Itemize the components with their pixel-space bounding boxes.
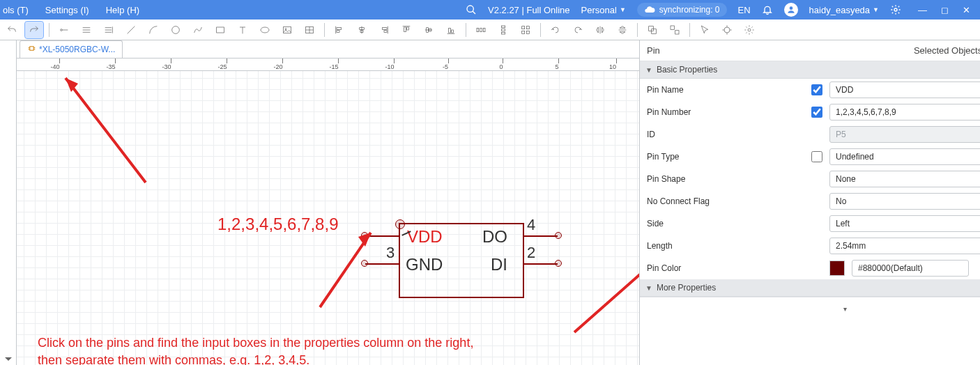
svg-rect-62 xyxy=(30,47,33,50)
gear-icon[interactable] xyxy=(890,4,901,15)
image-tool[interactable] xyxy=(278,22,296,38)
arc-tool[interactable] xyxy=(144,22,162,38)
pin-di[interactable] xyxy=(524,263,558,265)
line-tool[interactable] xyxy=(122,22,140,38)
pin-do[interactable] xyxy=(524,235,558,237)
distribute-h[interactable] xyxy=(472,22,490,38)
text-tool[interactable] xyxy=(233,22,252,38)
svg-rect-49 xyxy=(526,26,529,29)
svg-rect-54 xyxy=(671,26,674,29)
version-label: V2.2.27 | Full Online xyxy=(488,5,570,15)
align-top[interactable] xyxy=(397,22,415,38)
bus-tool[interactable] xyxy=(77,22,95,38)
section-more-properties[interactable]: ▼ More Properties xyxy=(640,279,980,297)
pin-do-end[interactable] xyxy=(555,232,562,239)
pin-di-end[interactable] xyxy=(555,260,562,267)
align-grid[interactable] xyxy=(516,22,535,38)
netlabel-tool[interactable] xyxy=(100,22,118,38)
row-pin-name: Pin Name xyxy=(640,79,980,101)
pin-type-visible[interactable] xyxy=(811,151,822,162)
close-button[interactable]: ✕ xyxy=(963,5,970,15)
rotate-left[interactable] xyxy=(546,22,565,38)
menu-help[interactable]: Help (H) xyxy=(106,5,139,15)
color-swatch[interactable] xyxy=(829,261,845,276)
disclosure-icon: ▼ xyxy=(645,284,652,292)
align-bottom[interactable] xyxy=(442,22,460,38)
ellipse-tool[interactable] xyxy=(256,22,274,38)
sidebar-expand-icon[interactable] xyxy=(5,357,12,361)
maximize-button[interactable]: ◻ xyxy=(941,5,949,15)
svg-rect-52 xyxy=(649,26,654,31)
align-left[interactable] xyxy=(330,22,349,38)
flip-v[interactable] xyxy=(613,22,631,38)
align-hcenter[interactable] xyxy=(353,22,371,38)
canvas-settings[interactable] xyxy=(740,22,758,38)
schematic-symbol[interactable]: VDD GND DO DI 3 4 2 1,2,3,4,5,6,7,8,9 xyxy=(399,223,524,298)
pin-gnd[interactable] xyxy=(365,263,399,265)
pin-color-input[interactable] xyxy=(852,260,969,277)
crosshair-tool[interactable] xyxy=(718,22,736,38)
distribute-v[interactable] xyxy=(494,22,512,38)
pin-name-visible[interactable] xyxy=(811,84,822,95)
pin-label-vdd: VDD xyxy=(407,228,443,245)
side-select[interactable]: Left▾ xyxy=(829,215,980,232)
svg-point-3 xyxy=(894,8,897,11)
ungroup[interactable] xyxy=(666,22,684,38)
redo-button[interactable] xyxy=(25,22,43,38)
no-connect-select[interactable]: No▾ xyxy=(829,193,980,210)
svg-rect-34 xyxy=(404,27,406,32)
tab-label: *XL-5050RGBC-W... xyxy=(39,45,115,54)
align-right[interactable] xyxy=(375,22,393,38)
schematic-canvas[interactable]: VDD GND DO DI 3 4 2 1,2,3,4,5,6,7,8,9 xyxy=(17,71,639,365)
pin-shape-select[interactable]: None▾ xyxy=(829,171,980,187)
cursor-tool[interactable] xyxy=(696,22,714,38)
svg-point-0 xyxy=(467,6,473,12)
polyarc-tool[interactable] xyxy=(189,22,207,38)
annotation-hint: Click on the pins and find the input box… xyxy=(38,334,473,365)
menu-settings[interactable]: Settings (I) xyxy=(45,5,89,15)
group[interactable] xyxy=(643,22,661,38)
svg-line-1 xyxy=(473,11,475,14)
selected-objects: Selected Objects 1 xyxy=(914,45,980,56)
pin-type-select[interactable]: Undefined▾ xyxy=(829,148,980,165)
id-input xyxy=(829,126,980,143)
svg-rect-51 xyxy=(526,31,529,33)
svg-rect-50 xyxy=(522,31,525,33)
row-pin-number: Pin Number xyxy=(640,101,980,123)
toolbar xyxy=(0,20,980,40)
bell-icon[interactable] xyxy=(762,4,773,15)
pin-number-input[interactable] xyxy=(829,104,980,121)
flip-h[interactable] xyxy=(591,22,609,38)
user-dropdown[interactable]: haidy_easyeda▼ xyxy=(809,5,879,15)
pin-gnd-end[interactable] xyxy=(361,260,368,267)
row-id: ID xyxy=(640,123,980,146)
dropdown-footer[interactable]: ▾ xyxy=(640,297,980,318)
workspace-dropdown[interactable]: Personal▼ xyxy=(581,5,626,15)
document-tab[interactable]: *XL-5050RGBC-W... xyxy=(20,40,123,58)
align-vcenter[interactable] xyxy=(420,22,438,38)
pin-tool[interactable] xyxy=(55,22,73,38)
menu-tools[interactable]: ols (T) xyxy=(3,5,29,15)
pin-number-visible[interactable] xyxy=(811,107,822,118)
pin-label-gnd: GND xyxy=(406,256,443,273)
circle-tool[interactable] xyxy=(167,22,185,38)
language-switch[interactable]: EN xyxy=(738,5,751,15)
minimize-button[interactable]: — xyxy=(918,5,927,15)
properties-panel: Pin Selected Objects 1 ▼ Basic Propertie… xyxy=(640,40,980,365)
row-pin-shape: Pin Shape None▾ xyxy=(640,168,980,190)
table-tool[interactable] xyxy=(300,22,319,38)
length-input[interactable] xyxy=(829,238,980,254)
pin-number-3: 3 xyxy=(386,245,395,261)
avatar[interactable] xyxy=(784,3,798,17)
pin-vdd-dot[interactable] xyxy=(395,219,405,229)
pin-vdd-line[interactable] xyxy=(365,235,399,237)
pin-name-input[interactable] xyxy=(829,81,980,98)
svg-rect-41 xyxy=(452,30,454,33)
rect-tool[interactable] xyxy=(211,22,229,38)
sync-status[interactable]: synchronizing: 0 xyxy=(637,3,727,17)
search-icon[interactable] xyxy=(466,4,477,15)
left-sidebar[interactable] xyxy=(0,40,17,365)
undo-button[interactable] xyxy=(3,22,21,38)
rotate-right[interactable] xyxy=(569,22,587,38)
section-basic-properties[interactable]: ▼ Basic Properties xyxy=(640,61,980,79)
